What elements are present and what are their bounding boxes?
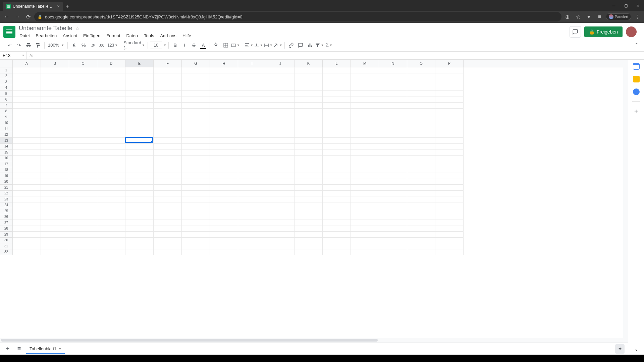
cell[interactable]: [351, 79, 379, 85]
cell[interactable]: [125, 238, 154, 244]
cell[interactable]: [379, 67, 407, 73]
cell[interactable]: [294, 156, 323, 162]
cell[interactable]: [238, 138, 266, 144]
zoom-select[interactable]: 100%▼: [47, 43, 65, 48]
keep-icon[interactable]: [633, 76, 640, 82]
row-header-15[interactable]: 15: [0, 149, 13, 156]
cell[interactable]: [323, 196, 351, 202]
menu-datei[interactable]: Datei: [19, 33, 30, 39]
select-all-corner[interactable]: [0, 60, 13, 67]
cell[interactable]: [435, 202, 464, 208]
cell[interactable]: [69, 67, 97, 73]
cell[interactable]: [351, 103, 379, 109]
cell[interactable]: [266, 196, 294, 202]
cell[interactable]: [351, 243, 379, 249]
cell[interactable]: [323, 79, 351, 85]
cell[interactable]: [154, 126, 182, 132]
cell[interactable]: [210, 79, 238, 85]
cell[interactable]: [125, 126, 154, 132]
cell[interactable]: [154, 167, 182, 173]
close-tab-icon[interactable]: ×: [57, 4, 60, 9]
cell[interactable]: [97, 73, 125, 79]
cell[interactable]: [351, 114, 379, 120]
cell[interactable]: [182, 73, 210, 79]
cell[interactable]: [379, 161, 407, 167]
account-avatar[interactable]: [626, 26, 637, 37]
cell[interactable]: [97, 196, 125, 202]
row-header-16[interactable]: 16: [0, 156, 13, 162]
comments-button[interactable]: [570, 26, 581, 38]
cell[interactable]: [407, 243, 435, 249]
col-header-E[interactable]: E: [125, 60, 154, 67]
cell[interactable]: [407, 167, 435, 173]
cell[interactable]: [41, 109, 69, 115]
cell[interactable]: [210, 67, 238, 73]
cell[interactable]: [182, 249, 210, 255]
cell[interactable]: [435, 220, 464, 226]
cell[interactable]: [266, 67, 294, 73]
row-header-1[interactable]: 1: [0, 67, 13, 73]
cell[interactable]: [294, 179, 323, 185]
cell[interactable]: [69, 243, 97, 249]
cell[interactable]: [69, 126, 97, 132]
cell[interactable]: [154, 114, 182, 120]
cell[interactable]: [266, 243, 294, 249]
cell[interactable]: [210, 191, 238, 197]
cell[interactable]: [182, 243, 210, 249]
cell[interactable]: [154, 226, 182, 232]
cell[interactable]: [210, 144, 238, 150]
cell[interactable]: [238, 243, 266, 249]
cell[interactable]: [379, 156, 407, 162]
cell[interactable]: [266, 103, 294, 109]
cell[interactable]: [379, 208, 407, 214]
grid[interactable]: ABCDEFGHIJKLMNOP 12345678910111213141516…: [0, 60, 628, 338]
cell[interactable]: [294, 144, 323, 150]
cell[interactable]: [69, 85, 97, 91]
cell[interactable]: [351, 179, 379, 185]
cell[interactable]: [210, 220, 238, 226]
cell[interactable]: [182, 196, 210, 202]
cell[interactable]: [238, 202, 266, 208]
cell[interactable]: [323, 132, 351, 138]
cell[interactable]: [238, 179, 266, 185]
cell[interactable]: [323, 208, 351, 214]
browser-tab[interactable]: ▦ Unbenannte Tabelle - Google Ta ×: [3, 2, 63, 11]
cell[interactable]: [351, 167, 379, 173]
cell[interactable]: [238, 149, 266, 156]
cell[interactable]: [13, 79, 41, 85]
cell[interactable]: [13, 249, 41, 255]
cell[interactable]: [407, 196, 435, 202]
cell[interactable]: [266, 249, 294, 255]
print-button[interactable]: [24, 41, 33, 50]
cell[interactable]: [294, 91, 323, 97]
cell[interactable]: [238, 173, 266, 179]
cell[interactable]: [154, 191, 182, 197]
cell[interactable]: [210, 196, 238, 202]
cell[interactable]: [97, 202, 125, 208]
sheet-tab-menu-icon[interactable]: ▼: [58, 347, 61, 351]
cell[interactable]: [210, 109, 238, 115]
cell[interactable]: [379, 120, 407, 126]
cell[interactable]: [210, 202, 238, 208]
cell[interactable]: [41, 167, 69, 173]
cell[interactable]: [210, 73, 238, 79]
cell[interactable]: [294, 214, 323, 220]
cell[interactable]: [266, 161, 294, 167]
cell[interactable]: [323, 144, 351, 150]
cell[interactable]: [210, 185, 238, 191]
cell[interactable]: [435, 196, 464, 202]
cell[interactable]: [407, 120, 435, 126]
cell[interactable]: [379, 214, 407, 220]
cell[interactable]: [125, 220, 154, 226]
cell[interactable]: [97, 191, 125, 197]
cell[interactable]: [435, 167, 464, 173]
cell[interactable]: [41, 73, 69, 79]
cell[interactable]: [323, 214, 351, 220]
all-sheets-button[interactable]: ≡: [15, 345, 23, 352]
cell[interactable]: [41, 214, 69, 220]
cell[interactable]: [154, 202, 182, 208]
cell[interactable]: [435, 173, 464, 179]
cell[interactable]: [294, 167, 323, 173]
cell[interactable]: [323, 226, 351, 232]
row-header-11[interactable]: 11: [0, 126, 13, 132]
